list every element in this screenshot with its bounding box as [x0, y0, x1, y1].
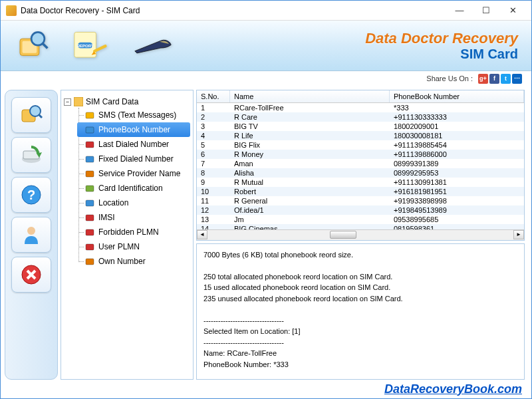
table-row[interactable]: 8Alisha08999295953: [197, 168, 524, 178]
table-row[interactable]: 3BIG TV18002009001: [197, 122, 524, 131]
tree-panel: − SIM Card Data SMS (Text Messages)Phone…: [61, 90, 194, 380]
svg-rect-29: [86, 215, 94, 221]
tree-item-last-dialed-number[interactable]: Last Dialed Number: [77, 137, 190, 152]
sidebar: ?: [5, 90, 58, 380]
cell-sno: 9: [197, 178, 230, 187]
svg-line-11: [39, 114, 42, 118]
cell-sno: 6: [197, 150, 230, 159]
tree-item-imsi[interactable]: IMSI: [77, 210, 190, 225]
titlebar: Data Doctor Recovery - SIM Card — ☐ ✕: [1, 1, 531, 21]
cell-num: +911130991381: [390, 178, 524, 187]
svg-rect-25: [86, 156, 94, 162]
table-row[interactable]: 14BIG Cinemas0819598361: [197, 224, 524, 229]
col-sno[interactable]: S.No.: [197, 90, 230, 102]
tree-item-service-provider-name[interactable]: Service Provider Name: [77, 166, 190, 181]
svg-text:REPORT: REPORT: [77, 43, 94, 47]
maximize-button[interactable]: ☐: [473, 3, 499, 19]
tree-item-icon: [85, 213, 94, 222]
cell-num: +919933898998: [390, 196, 524, 205]
table-row[interactable]: 2R Care+911130333333: [197, 112, 524, 122]
cell-name: Alisha: [230, 168, 390, 178]
scroll-thumb[interactable]: [330, 231, 356, 239]
table-body[interactable]: 1RCare-TollFree*3332R Care+9111303333333…: [197, 103, 524, 229]
details-pane[interactable]: 7000 Bytes (6 KB) total phonebook reord …: [196, 243, 525, 380]
share-more-icon[interactable]: ⋯: [512, 74, 522, 84]
cell-sno: 5: [197, 140, 230, 150]
tree-item-card-identification[interactable]: Card Identification: [77, 181, 190, 196]
cell-sno: 8: [197, 168, 230, 178]
cell-num: 09538995685: [390, 215, 524, 224]
svg-rect-32: [86, 259, 94, 265]
table-row[interactable]: 6R Money+911139886000: [197, 150, 524, 159]
tree-item-icon: [85, 257, 94, 266]
header-banner: REPORT Data Doctor Recovery SIM Card: [1, 21, 531, 71]
cell-num: 08999295953: [390, 168, 524, 178]
tree-item-icon: [85, 169, 94, 178]
tree-item-icon: [85, 198, 94, 207]
scan-sim-button[interactable]: [11, 97, 51, 133]
svg-rect-27: [86, 186, 94, 192]
cell-sno: 10: [197, 187, 230, 196]
tree-item-forbidden-plmn[interactable]: Forbidden PLMN: [77, 225, 190, 239]
table-row[interactable]: 11R General+919933898998: [197, 196, 524, 205]
col-number[interactable]: PhoneBook Number: [390, 90, 524, 102]
share-facebook-icon[interactable]: f: [489, 74, 499, 84]
table-row[interactable]: 4R Life180030008181: [197, 131, 524, 140]
close-button[interactable]: ✕: [499, 3, 526, 19]
table-row[interactable]: 13Jm09538995685: [197, 215, 524, 224]
cell-sno: 4: [197, 131, 230, 140]
table-row[interactable]: 7Aman08999391389: [197, 159, 524, 168]
cell-name: R Money: [230, 150, 390, 159]
cell-num: +911139886000: [390, 150, 524, 159]
share-twitter-icon[interactable]: t: [501, 74, 511, 84]
sim-icon: [74, 97, 83, 106]
cell-name: RCare-TollFree: [230, 103, 390, 112]
cell-sno: 11: [197, 196, 230, 205]
tree-item-icon: [85, 242, 94, 251]
exit-button[interactable]: [11, 257, 51, 293]
footer-link[interactable]: DataRecoveryBook.com: [384, 382, 522, 396]
tree-item-phonebook-number[interactable]: PhoneBook Number: [77, 122, 190, 137]
cell-num: +919849513989: [390, 205, 524, 215]
tree-item-label: Fixed Dialed Number: [98, 154, 174, 164]
tree-item-sms-text-messages-[interactable]: SMS (Text Messages): [77, 108, 190, 122]
cell-num: +911139885454: [390, 140, 524, 150]
tree-item-own-number[interactable]: Own Number: [77, 254, 190, 269]
share-bar: Share Us On : g+ f t ⋯: [1, 71, 531, 86]
table-row[interactable]: 5BIG Flix+911139885454: [197, 140, 524, 150]
table-row[interactable]: 12Of.idea/1+919849513989: [197, 205, 524, 215]
table-row[interactable]: 10Robert+916181981951: [197, 187, 524, 196]
cell-sno: 14: [197, 224, 230, 229]
banner-subtitle: SIM Card: [365, 47, 518, 61]
about-button[interactable]: [11, 217, 51, 253]
cell-num: +911130333333: [390, 112, 524, 122]
save-button[interactable]: [11, 137, 51, 173]
tree-item-user-plmn[interactable]: User PLMN: [77, 239, 190, 254]
scroll-right-icon[interactable]: ►: [513, 230, 524, 239]
tree-item-location[interactable]: Location: [77, 196, 190, 210]
cell-name: BIG TV: [230, 122, 390, 131]
minimize-button[interactable]: —: [446, 3, 473, 19]
cell-sno: 7: [197, 159, 230, 168]
tree-item-fixed-dialed-number[interactable]: Fixed Dialed Number: [77, 152, 190, 166]
svg-rect-28: [86, 200, 94, 206]
content: ? − SIM Card Data SMS (Text Messages)Pho…: [1, 86, 531, 380]
cell-num: 0819598361: [390, 224, 524, 229]
col-name[interactable]: Name: [230, 90, 390, 102]
tree-item-label: PhoneBook Number: [98, 125, 170, 134]
horizontal-scrollbar[interactable]: ◄ ►: [197, 229, 524, 240]
window-title: Data Doctor Recovery - SIM Card: [21, 6, 446, 15]
svg-point-17: [27, 227, 35, 235]
share-googleplus-icon[interactable]: g+: [478, 74, 488, 84]
help-button[interactable]: ?: [11, 177, 51, 213]
tree-collapse-icon[interactable]: −: [64, 98, 71, 106]
scroll-left-icon[interactable]: ◄: [197, 230, 207, 239]
svg-rect-22: [86, 112, 94, 118]
table-row[interactable]: 1RCare-TollFree*333: [197, 103, 524, 112]
tree-root[interactable]: − SIM Card Data: [64, 96, 190, 108]
table-header: S.No. Name PhoneBook Number: [197, 90, 524, 103]
tree-item-icon: [85, 140, 94, 149]
tree-item-icon: [85, 154, 94, 164]
table-row[interactable]: 9R Mutual+911130991381: [197, 178, 524, 187]
tree-item-label: Last Dialed Number: [98, 140, 169, 149]
